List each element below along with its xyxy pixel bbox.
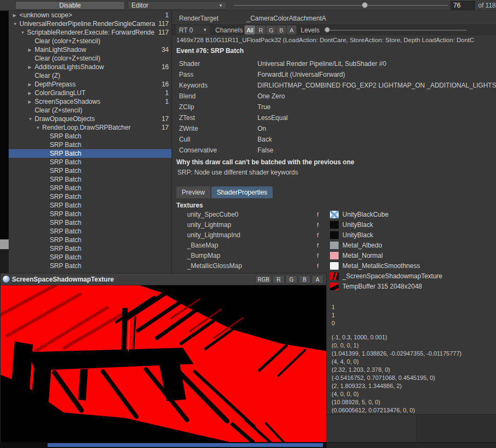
tree-row[interactable]: Clear (color+Z+stencil) <box>9 54 171 63</box>
frame-slider[interactable] <box>234 5 448 6</box>
texture-name[interactable]: _ScreenSpaceShadowmapTexture <box>342 272 442 280</box>
tab[interactable]: ShaderProperties <box>211 186 273 198</box>
tree-row[interactable]: SRP Batch <box>9 184 171 192</box>
tree-row[interactable]: Clear (Z+stencil) <box>9 106 171 115</box>
texture-thumbnail-icon[interactable] <box>330 262 339 270</box>
render-target-value: _CameraColorAttachmentA <box>247 15 326 22</box>
property-label: Shader <box>179 60 257 68</box>
property-value: False <box>257 146 496 154</box>
channel-button[interactable]: All <box>244 25 255 35</box>
tree-row[interactable]: ▶ <unknown scope> 1 <box>9 11 171 19</box>
tab[interactable]: Preview <box>176 186 210 198</box>
tree-row[interactable]: ▼ UniversalRenderPipeline.RenderSingleCa… <box>9 19 171 28</box>
tree-row-label: SRP Batch <box>50 176 169 183</box>
texture-thumbnail-icon[interactable] <box>330 231 339 239</box>
tree-row[interactable]: SRP Batch <box>9 149 171 158</box>
disable-button[interactable]: Disable <box>15 1 125 10</box>
shadowmap-preview-image <box>1 285 326 442</box>
levels-slider-handle[interactable] <box>325 27 330 32</box>
tree-row[interactable]: SRP Batch <box>9 132 171 141</box>
tree-row[interactable]: Clear (Z) <box>9 71 171 80</box>
tree-row[interactable]: ▼ DrawOpaqueObjects 17 <box>9 115 171 123</box>
tree-row[interactable]: SRP Batch <box>9 192 171 201</box>
texture-row: _MetallicGlossMap f Metal_MetallicSmooth… <box>172 261 496 271</box>
texture-name[interactable]: Metal_MetallicSmoothness <box>342 262 420 270</box>
expander-icon[interactable]: ▼ <box>28 117 35 122</box>
texture-name[interactable]: UnityBlack <box>342 231 373 239</box>
tree-row-label: ColorGradingLUT <box>35 89 165 97</box>
preview-channel-button[interactable]: R <box>273 275 285 284</box>
preview-title-bar[interactable]: ScreenSpaceShadowmapTexture RGB R G B A <box>1 273 326 285</box>
property-row: ZClip True <box>172 102 496 112</box>
texture-flag: f <box>317 232 319 238</box>
texture-thumbnail-icon[interactable] <box>330 242 339 249</box>
texture-flag: f <box>317 242 319 249</box>
tree-row[interactable]: SRP Batch <box>9 141 171 149</box>
target-selector-dropdown[interactable]: Editor ▼ <box>128 1 227 10</box>
texture-thumbnail-icon[interactable] <box>330 211 339 218</box>
tree-row-label: RenderLoop.DrawSRPBatcher <box>42 124 162 131</box>
tree-row[interactable]: SRP Batch <box>9 210 171 218</box>
expander-icon[interactable]: ▼ <box>20 30 27 35</box>
tree-row[interactable]: ▶ DepthPrepass 16 <box>9 80 171 89</box>
tree-row[interactable]: ▶ ScreenSpaceShadows 1 <box>9 97 171 106</box>
tree-row-label: SRP Batch <box>50 167 169 175</box>
expander-icon[interactable]: ▶ <box>28 48 35 52</box>
preview-channel-group: RGB R G B A <box>255 275 323 284</box>
tree-row[interactable]: SRP Batch <box>9 244 171 253</box>
texture-name[interactable]: Metal_Albedo <box>342 242 382 249</box>
rt-dropdown[interactable]: RT 0 ▼ <box>176 25 210 35</box>
preview-channel-button[interactable]: RGB <box>255 275 272 284</box>
channel-button[interactable]: G <box>266 25 276 35</box>
texture-name[interactable]: TempBuffer 315 2048x2048 <box>342 283 422 290</box>
texture-flag: f <box>317 211 319 218</box>
tree-row[interactable]: ▶ ColorGradingLUT 1 <box>9 89 171 97</box>
channel-button[interactable]: B <box>276 25 286 35</box>
tree-row[interactable]: SRP Batch <box>9 262 171 270</box>
tree-row[interactable]: SRP Batch <box>9 236 171 244</box>
expander-icon[interactable]: ▶ <box>12 13 19 18</box>
frame-slider-handle[interactable] <box>362 2 368 8</box>
texture-name[interactable]: Metal_Normal <box>342 252 383 259</box>
tree-row[interactable]: ▶ AdditionalLightsShadow 16 <box>9 63 171 71</box>
texture-property-name: _BaseMap <box>187 242 218 249</box>
texture-name[interactable]: UnityBlackCube <box>342 211 388 218</box>
tree-row[interactable]: Clear (color+Z+stencil) <box>9 37 171 45</box>
preview-channel-button[interactable]: B <box>299 275 310 284</box>
expander-icon[interactable]: ▶ <box>28 91 35 96</box>
tree-row[interactable]: SRP Batch <box>9 201 171 210</box>
frame-number-input[interactable] <box>451 1 475 10</box>
texture-row: unity_SpecCube0 f UnityBlackCube <box>172 210 496 220</box>
tree-row[interactable]: SRP Batch <box>9 158 171 166</box>
tree-row-count: 16 <box>162 81 171 88</box>
texture-thumbnail-icon[interactable] <box>330 252 339 259</box>
expander-icon[interactable]: ▶ <box>28 82 35 87</box>
vector-value: (4, 4, 0, 0) <box>332 358 461 366</box>
levels-slider[interactable] <box>326 30 466 31</box>
tree-row[interactable]: ▶ MainLightShadow 34 <box>9 45 171 54</box>
tree-row[interactable]: SRP Batch <box>9 218 171 227</box>
expander-icon[interactable]: ▼ <box>35 125 42 130</box>
expander-icon[interactable]: ▼ <box>12 22 19 26</box>
channel-button[interactable]: A <box>287 25 296 35</box>
tree-row[interactable]: ▼ ScriptableRenderer.Execute: ForwardRen… <box>9 28 171 37</box>
expander-icon[interactable]: ▶ <box>28 99 35 104</box>
tree-row[interactable]: SRP Batch <box>9 253 171 262</box>
channel-button[interactable]: R <box>256 25 266 35</box>
tree-row[interactable]: SRP Batch <box>9 227 171 236</box>
texture-property-name: _MetallicGlossMap <box>187 262 242 270</box>
texture-thumbnail-icon[interactable] <box>330 283 339 290</box>
property-value: One Zero <box>257 92 496 100</box>
preview-channel-button[interactable]: G <box>286 275 297 284</box>
property-label: ZWrite <box>179 125 257 132</box>
vector-value: (4, 0, 0, 0) <box>332 390 461 398</box>
tree-row[interactable]: SRP Batch <box>9 175 171 184</box>
tree-row[interactable]: SRP Batch <box>9 166 171 175</box>
texture-thumbnail-icon[interactable] <box>330 272 339 280</box>
texture-name[interactable]: UnityBlack <box>342 221 373 229</box>
texture-thumbnail-icon[interactable] <box>330 221 339 229</box>
vector-value: (-0.5416752, 0.7071068, 0.4545195, 0) <box>332 374 461 382</box>
expander-icon[interactable]: ▶ <box>28 65 35 70</box>
tree-row[interactable]: ▼ RenderLoop.DrawSRPBatcher 17 <box>9 123 171 132</box>
preview-channel-button[interactable]: A <box>312 275 323 284</box>
